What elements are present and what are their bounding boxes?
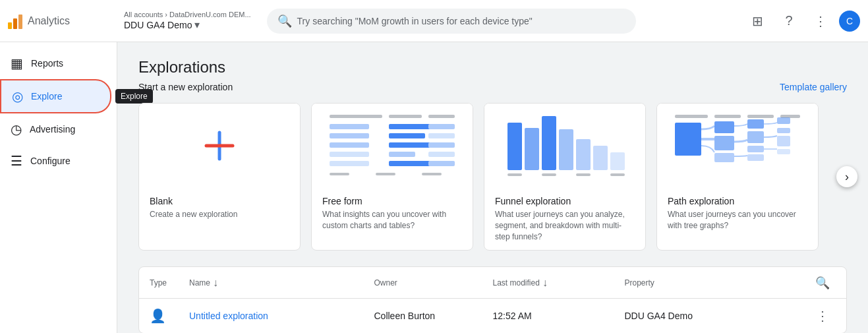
explorations-table: Type Name ↓ Owner Last modified ↓ Proper… [138,266,847,333]
freeform-card-body: Free form What insights can you uncover … [312,188,473,239]
row-type-cell: 👤 [150,308,189,324]
more-options-button[interactable]: ⋮ [807,8,834,34]
funnel-chart [496,109,634,182]
col-header-type: Type [150,278,189,288]
col-header-property: Property [625,278,810,288]
search-placeholder: Try searching "MoM growth in users for e… [297,16,533,26]
sidebar-item-advertising[interactable]: ◷ Advertising [0,113,111,145]
svg-rect-21 [376,173,395,175]
col-name-label: Name [189,278,210,288]
property-value: DDU GA4 Demo [625,311,693,321]
path-card[interactable]: Path exploration What user journeys can … [656,103,819,251]
svg-rect-5 [330,124,369,129]
svg-rect-41 [714,153,734,162]
svg-rect-11 [330,142,369,148]
svg-rect-13 [428,142,455,148]
col-owner-label: Owner [374,278,397,288]
modified-value: 12:52 AM [493,311,532,321]
svg-rect-39 [714,121,734,133]
funnel-card-title: Funnel exploration [495,196,635,206]
row-name-cell: Untitled exploration [189,311,374,321]
logo-bar-2 [13,18,17,29]
funnel-card[interactable]: Funnel exploration What user journeys ca… [484,103,646,251]
svg-rect-31 [542,173,556,176]
sidebar-item-explore[interactable]: ◎ Explore Explore [0,79,111,113]
freeform-card-visual [312,104,473,188]
logo-bar-1 [8,22,12,29]
row-modified-cell: 12:52 AM [493,311,625,321]
svg-rect-32 [576,173,591,176]
col-header-modified[interactable]: Last modified ↓ [493,277,625,289]
template-gallery-link[interactable]: Template gallery [780,82,847,92]
svg-rect-42 [747,119,764,129]
table-search-icon[interactable]: 🔍 [815,276,830,290]
svg-rect-46 [777,117,790,124]
dropdown-arrow-icon: ▾ [194,18,200,31]
svg-rect-38 [675,123,701,156]
blank-card-body: Blank Create a new exploration [139,188,300,228]
path-chart [668,109,807,182]
svg-rect-25 [542,116,556,170]
svg-rect-27 [576,139,591,170]
exploration-cards: Blank Create a new exploration [138,103,847,251]
search-bar[interactable]: 🔍 Try searching "MoM growth in users for… [267,9,636,34]
col-header-name[interactable]: Name ↓ [189,277,374,289]
svg-rect-26 [559,129,573,170]
main-content: Explorations Start a new exploration Tem… [117,42,868,333]
path-card-desc: What user journeys can you uncover with … [668,209,807,231]
account-name-dropdown[interactable]: DDU GA4 Demo ▾ [124,18,251,31]
svg-rect-19 [428,161,455,166]
col-header-owner: Owner [374,278,493,288]
svg-rect-2 [330,115,382,118]
svg-rect-43 [747,131,764,143]
svg-rect-47 [777,128,790,133]
logo-bar-3 [18,15,22,29]
search-icon: 🔍 [277,14,292,28]
svg-rect-28 [593,146,608,170]
sidebar-item-configure[interactable]: ☰ Configure [0,145,111,177]
freeform-card-desc: What insights can you uncover with custo… [322,209,462,231]
row-property-cell: DDU GA4 Demo [625,311,810,321]
row-more-icon[interactable]: ⋮ [816,308,829,324]
help-button[interactable]: ? [776,8,802,34]
sidebar-item-reports[interactable]: ▦ Reports [0,47,111,79]
col-type-label: Type [150,278,167,288]
app-title: Analytics [28,15,70,27]
svg-rect-3 [389,115,422,118]
svg-rect-40 [714,136,734,150]
analytics-logo [8,13,22,29]
explore-icon: ◎ [12,88,23,104]
col-header-actions: 🔍 [809,276,836,290]
name-sort-icon: ↓ [213,277,218,289]
modified-sort-icon: ↓ [542,277,548,289]
owner-value: Colleen Burton [374,311,436,321]
svg-rect-17 [330,161,369,166]
blank-card[interactable]: Blank Create a new exploration [138,103,301,251]
user-avatar-button[interactable]: C [839,11,860,32]
page-title: Explorations [138,58,847,76]
svg-rect-12 [389,142,435,148]
path-card-body: Path exploration What user journeys can … [657,188,818,239]
svg-rect-4 [428,115,455,118]
svg-rect-7 [428,124,455,129]
svg-rect-29 [610,152,625,170]
svg-rect-14 [330,152,369,157]
sidebar-item-reports-label: Reports [31,58,63,69]
path-card-title: Path exploration [668,196,807,206]
svg-rect-30 [507,173,522,176]
table-header: Type Name ↓ Owner Last modified ↓ Proper… [139,267,846,299]
svg-rect-48 [777,136,790,146]
svg-rect-34 [675,115,708,118]
exploration-name-link[interactable]: Untitled exploration [189,311,268,321]
svg-rect-49 [777,149,790,154]
section-label: Start a new exploration [138,82,233,92]
blank-card-desc: Create a new exploration [150,209,289,220]
apps-grid-button[interactable]: ⊞ [744,8,770,34]
path-card-visual [657,104,818,188]
sidebar-item-configure-label: Configure [30,156,71,166]
next-cards-button[interactable]: › [836,166,857,187]
svg-rect-44 [747,146,764,152]
freeform-card[interactable]: Free form What insights can you uncover … [311,103,473,251]
account-name-label: DDU GA4 Demo [124,20,192,30]
sidebar: ▦ Reports ◎ Explore Explore ◷ Advertisin… [0,42,117,333]
